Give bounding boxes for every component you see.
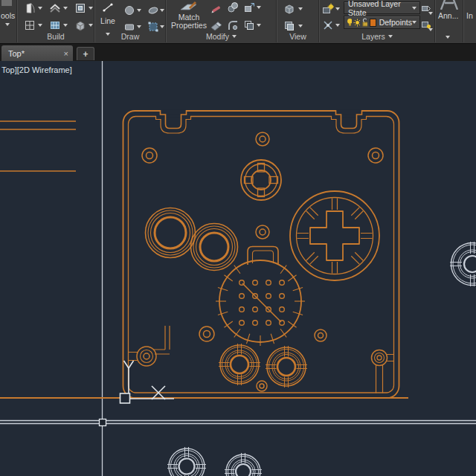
- box-icon: [74, 19, 86, 31]
- curtain-wall-icon: [49, 19, 61, 31]
- annotate-label: Ann...: [438, 11, 458, 20]
- rectangle-caret-icon[interactable]: [137, 25, 141, 28]
- connector-pins: [239, 280, 285, 326]
- circle-caret-icon[interactable]: [137, 9, 141, 12]
- box-caret-icon[interactable]: [89, 24, 93, 27]
- drawing-tab-label: Top*: [8, 49, 25, 58]
- circle-tool-button[interactable]: [123, 4, 135, 16]
- hatch-tool-button[interactable]: [147, 21, 159, 33]
- reference-circle-bottom-left: [167, 447, 206, 476]
- modify-panel-label[interactable]: Modify: [167, 32, 276, 41]
- line-icon: [102, 1, 114, 13]
- curtain-wall-tool-button[interactable]: [49, 19, 61, 31]
- drawing-canvas[interactable]: Top][2D Wireframe]: [0, 61, 476, 476]
- window-caret-icon[interactable]: [89, 7, 93, 10]
- draw-panel-label: Draw: [95, 32, 165, 41]
- sun-icon: [353, 19, 360, 27]
- ellipse-caret-icon[interactable]: [160, 9, 164, 12]
- cross-flange: [290, 191, 379, 280]
- door-caret-icon[interactable]: [38, 7, 42, 10]
- mirror-box-icon: [243, 1, 255, 13]
- drawing-tab[interactable]: Top* ×: [1, 45, 73, 62]
- layer-off-caret-icon[interactable]: [428, 28, 433, 31]
- match-properties-button[interactable]: MatchProperties: [170, 0, 208, 31]
- roof-caret-icon[interactable]: [63, 7, 68, 10]
- panel-draw: Line Draw: [95, 0, 165, 43]
- visual-styles-caret-icon[interactable]: [298, 25, 303, 28]
- box-tool-button[interactable]: [74, 19, 86, 31]
- rectangle-tool-button[interactable]: [123, 21, 135, 33]
- roof-icon: [49, 2, 61, 14]
- ceiling-grid-caret-icon[interactable]: [38, 24, 42, 27]
- layer-isolate-button[interactable]: [322, 19, 334, 31]
- layer-state-value: Unsaved Layer State: [348, 0, 412, 17]
- new-tab-plus-icon: +: [83, 49, 88, 60]
- corner-boss-right: [372, 350, 394, 393]
- hatch-icon: [147, 21, 159, 33]
- layer-properties-icon: [322, 3, 334, 15]
- view-panel-label: View: [277, 32, 318, 41]
- tools-icon: [1, 0, 12, 6]
- erase-tool-button[interactable]: [210, 3, 222, 15]
- tools-caret-icon[interactable]: [5, 23, 10, 26]
- screw-holes: [142, 132, 383, 391]
- left-object-lines: [0, 121, 76, 171]
- eraser-tool-button[interactable]: [210, 19, 222, 31]
- ellipse-tool-button[interactable]: [147, 4, 159, 16]
- named-views-button[interactable]: [283, 3, 295, 15]
- insert-label: In: [466, 11, 473, 20]
- layer-properties-caret-icon[interactable]: [335, 7, 340, 10]
- line-tool-button[interactable]: Line: [97, 0, 119, 31]
- layer-dropdown[interactable]: Defpoints: [344, 16, 420, 29]
- fillet-icon: [227, 19, 239, 31]
- layers-panel-label[interactable]: Layers: [320, 32, 434, 41]
- tools-label: ools: [1, 11, 15, 20]
- build-panel-label: Build: [18, 32, 94, 41]
- annotate-caret-icon[interactable]: [446, 36, 450, 39]
- unlock-icon: [361, 18, 367, 27]
- ellipse-icon: [147, 4, 159, 16]
- new-tab-button[interactable]: +: [77, 47, 94, 60]
- counterbore-pair: [146, 208, 238, 271]
- corner-boss-left: [129, 326, 170, 366]
- fillet-tool-button[interactable]: [227, 19, 239, 31]
- rectangle-icon: [123, 21, 135, 33]
- bulb-icon: [347, 18, 352, 27]
- curtain-wall-caret-icon[interactable]: [63, 24, 68, 27]
- grip-node[interactable]: [100, 419, 106, 426]
- roof-tool-button[interactable]: [49, 2, 61, 14]
- tab-close-icon[interactable]: ×: [64, 50, 68, 58]
- copy-tool-button[interactable]: [227, 1, 239, 13]
- reference-circle-right: [450, 242, 476, 286]
- layer-properties-button[interactable]: [322, 3, 334, 15]
- visual-styles-button[interactable]: [283, 20, 295, 32]
- ceiling-grid-icon: [24, 19, 36, 31]
- visual-styles-icon: [283, 20, 295, 32]
- named-views-icon: [283, 3, 295, 15]
- hatch-caret-icon[interactable]: [160, 25, 164, 28]
- modify-expand-caret-icon: [232, 35, 237, 38]
- copy-icon: [227, 1, 239, 13]
- erase-pencil-icon: [210, 3, 222, 15]
- named-views-caret-icon[interactable]: [298, 7, 303, 10]
- layer-isolate-caret-icon[interactable]: [335, 24, 340, 27]
- ribbon: ools Build Line: [0, 0, 476, 44]
- circle-icon: [123, 4, 135, 16]
- ceiling-grid-tool-button[interactable]: [24, 19, 36, 31]
- layers-stack-caret-icon[interactable]: [257, 24, 261, 27]
- layer-match-caret-icon[interactable]: [428, 12, 433, 15]
- layers-stack-tool-button[interactable]: [243, 19, 255, 31]
- autocad-window: ools Build Line: [0, 0, 476, 476]
- layer-state-dropdown[interactable]: Unsaved Layer State: [344, 1, 420, 14]
- layer-state-caret-icon: [412, 7, 416, 10]
- annotation-a-icon: [439, 0, 460, 10]
- panel-layers: Unsaved Layer State Defpoints Layers: [320, 0, 434, 43]
- mirror-tool-button[interactable]: [243, 1, 255, 13]
- match-properties-label: MatchProperties: [170, 13, 208, 30]
- mirror-caret-icon[interactable]: [257, 6, 261, 9]
- window-tool-button[interactable]: [74, 2, 86, 14]
- panel-build: Build: [18, 0, 94, 43]
- door-tool-button[interactable]: [24, 2, 36, 14]
- bearing-bore: [219, 344, 260, 385]
- ucs-origin-box: [120, 393, 130, 403]
